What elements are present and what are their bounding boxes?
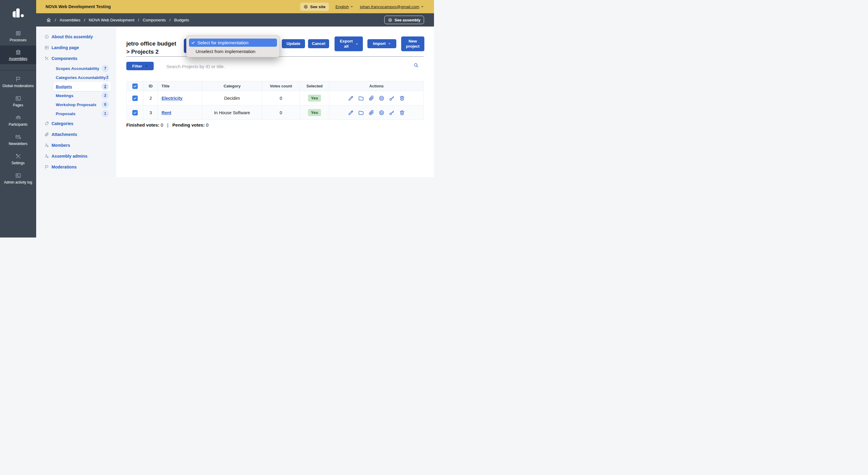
selected-badge: Yes [308,109,321,116]
delete-icon[interactable] [399,110,405,116]
select-all-checkbox[interactable] [132,84,138,89]
menu-item-label: Landing page [52,45,79,50]
edit-icon[interactable] [348,95,354,101]
tools-icon [15,153,22,159]
sidebar-secondary-group: Global moderations Pages Participants Ne… [0,72,36,188]
menu-item-label: Scopes Accountability [56,66,99,71]
breadcrumb-separator: / [55,18,56,22]
folder-icon[interactable] [358,110,364,116]
update-button[interactable]: Update [282,39,305,48]
project-title-link[interactable]: Rent [161,110,171,115]
menu-item-workshop-proposals[interactable]: Workshop Proposals 0 [53,100,111,109]
row-checkbox[interactable] [132,110,138,116]
organization-name: NOVA Web Development Testing [45,4,111,9]
sidebar-item-assemblies[interactable]: Assemblies [0,45,36,64]
breadcrumb-item-budgets[interactable]: Budgets [174,18,189,22]
sidebar-item-label: Settings [11,161,24,165]
breadcrumb-item-components[interactable]: Components [143,18,166,22]
search-icon[interactable] [413,63,418,68]
menu-item-label: Meetings [56,93,73,98]
projects-table: ID Title Category Votes count Selected A… [126,81,424,120]
export-all-button[interactable]: Export all [335,36,363,51]
sidebar-item-pages[interactable]: Pages [0,92,36,111]
sidebar-primary-group: Processes Assemblies [0,27,36,64]
menu-item-proposals[interactable]: Proposals 1 [53,109,111,118]
folder-icon[interactable] [358,95,364,101]
menu-item-members[interactable]: Members [36,140,116,151]
decidim-logo[interactable] [0,8,36,18]
tag-icon [44,121,49,126]
paperclip-icon [44,132,49,137]
menu-item-landing-page[interactable]: Landing page [36,42,116,53]
project-title-link[interactable]: Electricity [161,96,182,101]
sidebar-item-label: Assemblies [9,57,27,61]
chevron-down-icon [388,42,391,45]
top-bar-right: See site English johan.francocampos@gmai… [300,3,424,11]
menu-item-about-this-assembly[interactable]: About this assembly [36,31,116,42]
filter-button[interactable]: Filter [126,62,154,70]
new-project-button[interactable]: New project [401,36,424,51]
menu-item-label: Attachments [52,132,77,137]
top-bar: NOVA Web Development Testing See site En… [36,0,434,13]
import-button[interactable]: Import [367,39,396,48]
search-input[interactable] [166,62,402,71]
breadcrumb-item-assembly[interactable]: NOVA Web Development [89,18,134,22]
see-site-button[interactable]: See site [300,3,329,11]
preview-icon[interactable] [378,95,384,101]
card-icon [15,95,22,102]
sidebar-item-global-moderations[interactable]: Global moderations [0,72,36,92]
menu-item-components[interactable]: Components [36,53,116,64]
permissions-key-icon[interactable] [389,110,395,116]
menu-item-moderations[interactable]: Moderations [36,162,116,172]
delete-icon[interactable] [399,95,405,101]
breadcrumb-item-assemblies[interactable]: Assemblies [60,18,81,22]
cell-votes-count: 0 [262,91,300,105]
row-checkbox[interactable] [132,96,138,101]
votes-separator: | [167,122,168,127]
menu-item-categories-accountability[interactable]: Categories Accountability 2 [53,73,111,82]
flag-icon [44,164,49,169]
sidebar-item-processes[interactable]: Processes [0,27,36,45]
see-assembly-icon [388,18,393,22]
menu-item-scopes-accountability[interactable]: Scopes Accountability 7 [53,64,111,73]
sidebar-item-admin-activity-log[interactable]: Admin activity log [0,169,36,188]
menu-item-assembly-admins[interactable]: Assembly admins [36,151,116,162]
permissions-key-icon[interactable] [389,95,395,101]
edit-icon[interactable] [348,110,354,116]
admin-sidebar: Processes Assemblies Global moderations … [0,0,36,238]
menu-item-categories[interactable]: Categories [36,118,116,129]
cell-votes-count: 0 [262,105,300,120]
check-icon [133,85,137,88]
menu-item-budgets[interactable]: Budgets 2 [53,82,111,91]
bank-icon [15,49,22,55]
see-assembly-button[interactable]: See assembly [384,16,424,24]
column-header-selected: Selected [300,82,330,91]
dropdown-option-unselect-from-implementation[interactable]: Unselect from implementation [189,47,277,56]
cancel-button[interactable]: Cancel [308,39,329,48]
user-menu[interactable]: johan.francocampos@gmail.com [360,4,424,9]
selected-badge: Yes [308,95,321,102]
chevron-down-icon [350,5,353,8]
preview-icon[interactable] [378,110,384,116]
breadcrumb-separator: / [84,18,85,22]
table-row: 2 Electricity Decidim 0 Yes [127,91,424,105]
pending-votes-value: 0 [206,122,208,127]
attachments-icon[interactable] [368,110,374,116]
sidebar-item-settings[interactable]: Settings [0,150,36,169]
breadcrumb-separator: / [169,18,170,22]
menu-item-attachments[interactable]: Attachments [36,129,116,140]
card-icon [15,172,22,179]
language-selector[interactable]: English [336,4,353,9]
menu-item-meetings[interactable]: Meetings 2 [53,91,111,100]
sidebar-item-label: Pages [13,103,23,107]
menu-item-label: Components [52,56,78,61]
sidebar-item-participants[interactable]: Participants [0,111,36,130]
see-assembly-label: See assembly [395,18,421,22]
logo-bar [13,11,16,18]
dropdown-option-select-for-implementation[interactable]: Select for implementation [189,39,277,47]
row-actions [330,95,424,101]
row-actions [330,110,424,116]
attachments-icon[interactable] [368,95,374,101]
sidebar-item-newsletters[interactable]: Newsletters [0,130,36,150]
home-icon[interactable] [46,18,51,23]
